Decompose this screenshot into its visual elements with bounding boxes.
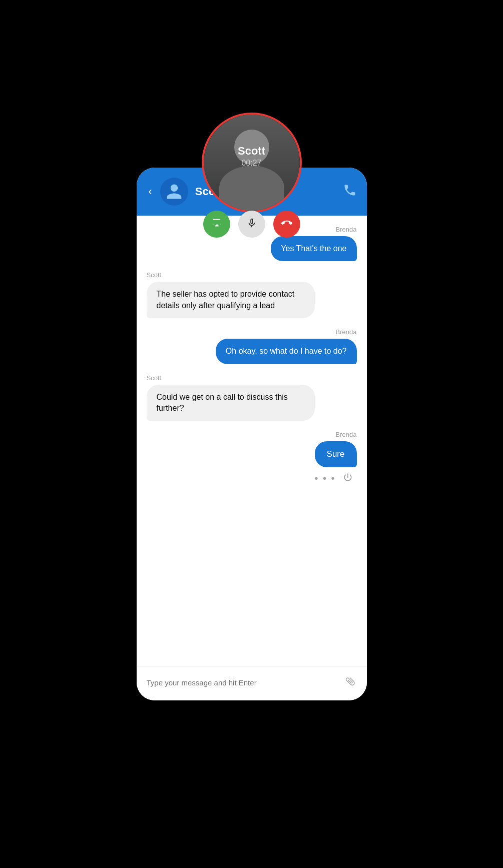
bubble-1: Yes That's the one <box>271 236 356 261</box>
phone-frame: Scott 00:27 <box>137 168 367 700</box>
end-call-button[interactable] <box>273 211 300 238</box>
sender-name-1: Brenda <box>336 226 357 233</box>
call-timer: 00:27 <box>202 159 302 168</box>
caller-name: Scott <box>202 145 302 158</box>
sender-name-2: Scott <box>147 271 162 279</box>
contact-avatar <box>160 178 188 206</box>
sender-name-4: Scott <box>147 374 162 382</box>
bubble-3: Oh okay, so what do I have to do? <box>216 339 357 364</box>
attach-icon[interactable] <box>342 673 360 691</box>
call-overlay: Scott 00:27 <box>202 113 302 213</box>
message-group-4: Scott Could we get on a call to discuss … <box>147 374 357 421</box>
share-screen-icon <box>211 218 222 231</box>
input-area <box>137 666 367 700</box>
caller-avatar: Scott 00:27 <box>202 113 302 213</box>
back-button[interactable]: ‹ <box>147 183 154 200</box>
mute-button[interactable] <box>238 211 265 238</box>
end-call-icon <box>281 218 292 231</box>
bubble-4: Could we get on a call to discuss this f… <box>147 385 315 421</box>
message-input[interactable] <box>147 678 346 687</box>
phone-button[interactable] <box>343 183 357 201</box>
sender-name-5: Brenda <box>336 431 357 438</box>
call-controls <box>203 211 300 238</box>
message-group-2: Scott The seller has opted to provide co… <box>147 271 357 318</box>
caller-info: Scott 00:27 <box>202 145 302 168</box>
more-options-icon[interactable]: • • • <box>314 473 335 484</box>
bubble-5: Sure <box>315 441 357 467</box>
avatar-body <box>219 166 284 211</box>
power-icon[interactable] <box>343 472 353 485</box>
share-screen-button[interactable] <box>203 211 230 238</box>
bottom-icons: • • • <box>147 472 357 485</box>
avatar-icon <box>165 183 183 201</box>
chat-area: Brenda Yes That's the one Scott The sell… <box>137 216 367 666</box>
message-group-3: Brenda Oh okay, so what do I have to do? <box>147 328 357 364</box>
mic-icon <box>246 218 257 231</box>
bubble-2: The seller has opted to provide contact … <box>147 282 315 318</box>
sender-name-3: Brenda <box>336 328 357 336</box>
message-group-5: Brenda Sure <box>147 431 357 467</box>
